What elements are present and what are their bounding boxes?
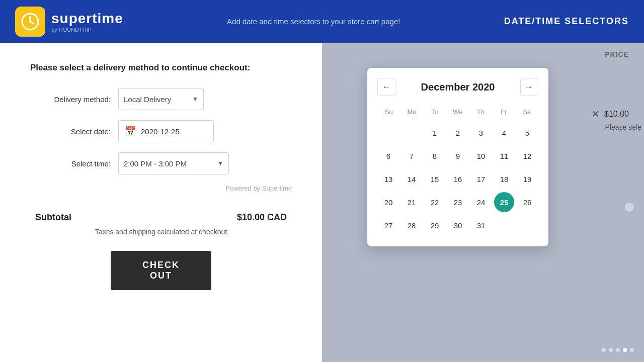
dot-4-active	[623, 348, 627, 352]
delivery-method-select[interactable]: Local Delivery ▼	[118, 88, 204, 110]
delivery-title: Please select a delivery method to conti…	[30, 63, 292, 73]
day-name-tu: Tu	[423, 106, 446, 118]
selected-date-value: 2020-12-25	[141, 127, 180, 136]
calendar-day-empty	[517, 215, 537, 235]
calendar-day-6[interactable]: 6	[378, 146, 398, 166]
calendar-prev-button[interactable]: ←	[377, 78, 395, 96]
calendar-next-button[interactable]: →	[520, 78, 538, 96]
calendar-day-13[interactable]: 13	[378, 169, 398, 189]
calendar-day-31[interactable]: 31	[471, 215, 491, 235]
select-time-label: Select time:	[30, 159, 111, 168]
calendar-day-20[interactable]: 20	[378, 192, 398, 212]
calendar-header: ← December 2020 →	[377, 78, 538, 96]
left-panel: Please select a delivery method to conti…	[0, 43, 322, 362]
please-select-text: Please sele	[605, 123, 641, 131]
header-tagline: Add date and time selectors to your stor…	[123, 17, 504, 26]
subtotal-label: Subtotal	[35, 212, 71, 223]
calendar-day-30[interactable]: 30	[448, 215, 468, 235]
calendar-day-21[interactable]: 21	[401, 192, 422, 212]
calendar-day-24[interactable]: 24	[471, 192, 491, 212]
calendar-day-22[interactable]: 22	[425, 192, 445, 212]
calendar-day-empty	[494, 215, 514, 235]
calendar-day-14[interactable]: 14	[401, 169, 422, 189]
calendar-day-29[interactable]: 29	[425, 215, 445, 235]
delivery-method-label: Delivery method:	[30, 95, 111, 104]
calendar-month-title: December 2020	[421, 81, 495, 93]
calendar-day-25[interactable]: 25	[494, 192, 514, 212]
select-date-label: Select date:	[30, 127, 111, 136]
calendar-day-1[interactable]: 1	[425, 123, 445, 143]
calendar-day-names: Su Mo Tu We Th Fr Sa	[377, 106, 538, 118]
logo-icon	[15, 7, 45, 37]
calendar-day-10[interactable]: 10	[471, 146, 491, 166]
day-name-sa: Sa	[515, 106, 538, 118]
calendar-day-18[interactable]: 18	[494, 169, 514, 189]
day-name-mo: Mo	[400, 106, 424, 118]
calendar-day-7[interactable]: 7	[401, 146, 422, 166]
calendar-day-11[interactable]: 11	[494, 146, 514, 166]
dot-5	[630, 348, 634, 352]
calendar-day-28[interactable]: 28	[401, 215, 422, 235]
day-name-th: Th	[469, 106, 493, 118]
calendar-day-3[interactable]: 3	[471, 123, 491, 143]
calendar-days: 1234567891011121314151617181920212223242…	[377, 122, 538, 236]
day-name-we: We	[446, 106, 469, 118]
checkout-button[interactable]: CHECK OUT	[111, 251, 211, 290]
calendar-grid: Su Mo Tu We Th Fr Sa 1234567891011121314…	[377, 106, 538, 236]
header-right-label: DATE/TIME SELECTORS	[504, 16, 629, 27]
calendar-day-8[interactable]: 8	[425, 146, 445, 166]
powered-by: Powered by Supertime	[30, 185, 292, 192]
logo-by: by ROUNDTRIP	[51, 27, 123, 33]
calendar-day-2[interactable]: 2	[448, 123, 468, 143]
delivery-select-arrow-icon: ▼	[192, 96, 198, 103]
time-select[interactable]: 2:00 PM - 3:00 PM ▼	[118, 152, 229, 174]
selected-time-value: 2:00 PM - 3:00 PM	[124, 159, 187, 168]
subtotal-row: Subtotal $10.00 CAD	[30, 212, 292, 223]
select-time-row: Select time: 2:00 PM - 3:00 PM ▼	[30, 152, 292, 174]
time-select-arrow-icon: ▼	[217, 160, 223, 167]
day-name-fr: Fr	[493, 106, 516, 118]
dot-3	[616, 348, 620, 352]
dots-decoration	[602, 348, 634, 352]
calendar-day-16[interactable]: 16	[448, 169, 468, 189]
calendar-day-empty	[378, 123, 398, 143]
subtotal-value: $10.00 CAD	[237, 212, 287, 223]
day-name-su: Su	[377, 106, 400, 118]
price-item: ✕ $10.00	[592, 109, 629, 120]
calendar-day-17[interactable]: 17	[471, 169, 491, 189]
calendar-day-26[interactable]: 26	[517, 192, 537, 212]
date-picker[interactable]: 📅 2020-12-25	[118, 120, 214, 142]
taxes-note: Taxes and shipping calculated at checkou…	[30, 228, 292, 236]
delivery-method-row: Delivery method: Local Delivery ▼	[30, 88, 292, 110]
calendar-day-23[interactable]: 23	[448, 192, 468, 212]
right-panel: PRICE ✕ $10.00 Please sele ← December 20…	[322, 43, 644, 362]
deco-circle	[625, 203, 634, 212]
main-content: Please select a delivery method to conti…	[0, 43, 644, 362]
calendar-day-12[interactable]: 12	[517, 146, 537, 166]
calendar-day-19[interactable]: 19	[517, 169, 537, 189]
header: supertime by ROUNDTRIP Add date and time…	[0, 0, 644, 43]
delivery-method-value: Local Delivery	[124, 95, 171, 104]
svg-point-3	[29, 21, 31, 23]
calendar-day-9[interactable]: 9	[448, 146, 468, 166]
logo-area: supertime by ROUNDTRIP	[15, 7, 123, 37]
calendar-icon: 📅	[125, 126, 136, 137]
item-price: $10.00	[604, 110, 629, 119]
select-date-row: Select date: 📅 2020-12-25	[30, 120, 292, 142]
close-icon[interactable]: ✕	[592, 109, 599, 120]
logo-name: supertime	[51, 11, 123, 27]
dot-1	[602, 348, 606, 352]
calendar-day-15[interactable]: 15	[425, 169, 445, 189]
calendar-day-4[interactable]: 4	[494, 123, 514, 143]
calendar-day-27[interactable]: 27	[378, 215, 398, 235]
dot-2	[609, 348, 613, 352]
logo-text: supertime by ROUNDTRIP	[51, 11, 123, 33]
calendar-day-empty	[401, 123, 422, 143]
calendar-overlay: ← December 2020 → Su Mo Tu We Th Fr Sa 1…	[367, 68, 548, 246]
calendar-day-5[interactable]: 5	[517, 123, 537, 143]
price-header: PRICE	[605, 50, 629, 58]
